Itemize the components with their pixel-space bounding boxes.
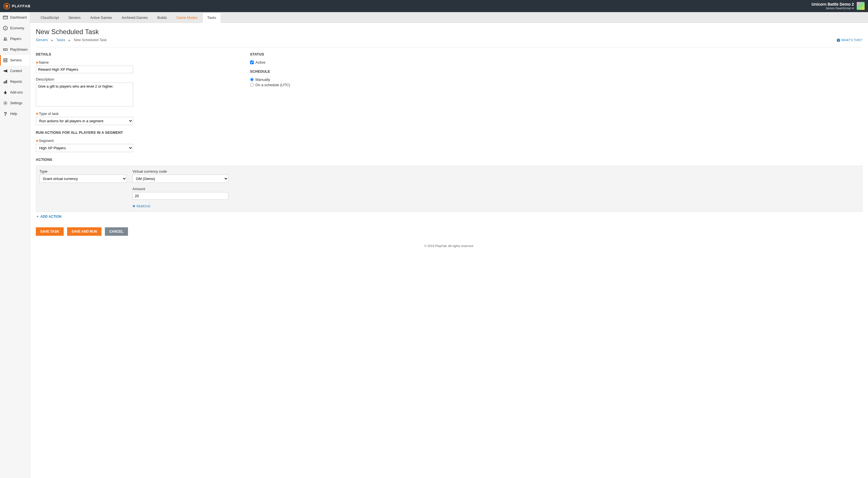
servers-icon — [3, 58, 8, 63]
page-title: New Scheduled Task — [36, 28, 862, 36]
footer: © 2016 PlayFab. All rights reserved. — [36, 236, 862, 253]
sidebar-item-label: Settings — [10, 101, 22, 105]
action-type-label: Type — [39, 169, 127, 173]
playstream-icon — [3, 47, 8, 52]
svg-rect-11 — [4, 61, 7, 62]
tab-bar: CloudScript Servers Active Games Archive… — [30, 12, 868, 23]
tab-cloudscript[interactable]: CloudScript — [36, 13, 64, 23]
add-action-link[interactable]: ＋ ADD ACTION — [36, 214, 61, 219]
sidebar: Dashboard $Economy Players PlayStream Se… — [0, 12, 30, 478]
content-icon — [3, 68, 8, 73]
svg-rect-2 — [3, 16, 8, 19]
tab-servers[interactable]: Servers — [64, 13, 86, 23]
description-input[interactable]: Give a gift to players who are level 2 o… — [36, 82, 133, 107]
whats-this-link[interactable]: iWHAT'S THIS? — [837, 38, 862, 42]
sidebar-item-help[interactable]: ?Help — [0, 108, 30, 119]
sidebar-item-label: PlayStream — [10, 47, 28, 52]
sidebar-item-label: Dashboard — [10, 15, 27, 20]
schedule-manual-radio[interactable] — [250, 78, 254, 81]
svg-rect-13 — [5, 81, 6, 83]
sidebar-item-playstream[interactable]: PlayStream — [0, 44, 30, 55]
remove-action-link[interactable]: ✖ REMOVE — [132, 204, 228, 208]
segment-heading: RUN ACTIONS FOR ALL PLAYERS IN A SEGMENT — [36, 131, 233, 135]
help-icon: ? — [3, 111, 8, 116]
chevron-right-icon: ▶ — [68, 39, 70, 42]
sidebar-item-label: Servers — [10, 58, 22, 62]
name-input[interactable] — [36, 66, 133, 73]
sidebar-item-settings[interactable]: Settings — [0, 98, 30, 108]
sidebar-item-label: Help — [10, 112, 17, 116]
svg-rect-12 — [4, 82, 4, 83]
playfab-logo-icon — [3, 3, 10, 9]
action-type-select[interactable]: Grant virtual currency — [39, 175, 127, 183]
sidebar-item-label: Economy — [10, 26, 24, 30]
schedule-utc-radio[interactable] — [250, 83, 254, 87]
top-bar: PLAYFAB Unicorn Battle Demo 2 James Gwer… — [0, 0, 868, 12]
sidebar-item-label: Content — [10, 69, 22, 73]
segment-select[interactable]: High XP Players — [36, 144, 133, 152]
svg-marker-9 — [5, 49, 6, 50]
type-of-task-select[interactable]: Run actions for all players in a segment — [36, 117, 133, 125]
sidebar-item-content[interactable]: Content — [0, 66, 30, 76]
tab-builds[interactable]: Builds — [153, 13, 172, 23]
svg-point-6 — [4, 37, 6, 39]
active-checkbox[interactable] — [250, 61, 254, 64]
breadcrumb-current: New Scheduled Task — [74, 38, 107, 42]
sidebar-item-label: Reports — [10, 80, 22, 84]
sidebar-item-economy[interactable]: $Economy — [0, 23, 30, 34]
tab-tasks[interactable]: Tasks — [203, 13, 221, 23]
sidebar-item-addons[interactable]: Add-ons — [0, 87, 30, 98]
svg-rect-10 — [4, 59, 7, 60]
details-heading: DETAILS — [36, 53, 233, 56]
status-heading: STATUS — [250, 53, 335, 56]
info-icon: i — [837, 39, 840, 42]
title-name: Unicorn Battle Demo 2 — [812, 2, 854, 7]
gear-icon — [3, 101, 8, 106]
reports-icon — [3, 79, 8, 84]
svg-rect-14 — [6, 80, 7, 83]
tab-archived-games[interactable]: Archived Games — [117, 13, 153, 23]
type-of-task-label: ✱Type of task — [36, 111, 233, 116]
schedule-heading: SCHEDULE — [250, 70, 335, 73]
schedule-manual-label: Manually — [255, 77, 270, 82]
logo[interactable]: PLAYFAB — [3, 3, 30, 9]
breadcrumb-tasks[interactable]: Tasks — [56, 38, 65, 42]
user-area[interactable]: Unicorn Battle Demo 2 James Gwertzman ▾ — [812, 2, 865, 10]
svg-point-15 — [5, 103, 6, 104]
sidebar-item-reports[interactable]: Reports — [0, 76, 30, 87]
tab-game-modes[interactable]: Game Modes — [172, 13, 203, 23]
actions-heading: ACTIONS — [36, 158, 233, 162]
divider — [36, 47, 862, 47]
segment-label: ✱Segment — [36, 139, 233, 143]
cancel-button[interactable]: CANCEL — [105, 227, 128, 236]
breadcrumb: Servers ▶ Tasks ▶ New Scheduled Task iWH… — [36, 38, 862, 42]
amount-label: Amount — [132, 187, 228, 191]
user-name: James Gwertzman ▾ — [812, 6, 854, 10]
amount-input[interactable] — [132, 192, 228, 200]
svg-text:$: $ — [5, 27, 6, 30]
actions-box: Type Grant virtual currency Virtual curr… — [36, 166, 862, 212]
active-label: Active — [255, 60, 265, 65]
schedule-utc-label: On a schedule (UTC) — [255, 83, 290, 87]
sidebar-item-players[interactable]: Players — [0, 34, 30, 44]
breadcrumb-servers[interactable]: Servers — [36, 38, 48, 42]
avatar[interactable] — [857, 2, 865, 10]
svg-marker-1 — [5, 4, 8, 8]
sidebar-item-label: Players — [10, 37, 22, 41]
save-and-run-button[interactable]: SAVE AND RUN — [67, 227, 101, 236]
addons-icon — [3, 90, 8, 95]
vcc-select[interactable]: GM (Gems) — [132, 175, 228, 183]
tab-active-games[interactable]: Active Games — [86, 13, 117, 23]
dashboard-icon — [3, 15, 8, 20]
svg-point-7 — [6, 38, 7, 39]
economy-icon: $ — [3, 26, 8, 31]
description-label: Description — [36, 77, 233, 81]
save-task-button[interactable]: SAVE TASK — [36, 227, 64, 236]
sidebar-item-dashboard[interactable]: Dashboard — [0, 12, 30, 23]
plus-icon: ＋ — [36, 214, 39, 219]
sidebar-item-servers[interactable]: Servers — [0, 55, 30, 66]
brand-text: PLAYFAB — [12, 4, 30, 8]
vcc-label: Virtual currency code — [132, 169, 228, 173]
name-label: ✱Name — [36, 60, 233, 65]
x-icon: ✖ — [132, 204, 135, 208]
